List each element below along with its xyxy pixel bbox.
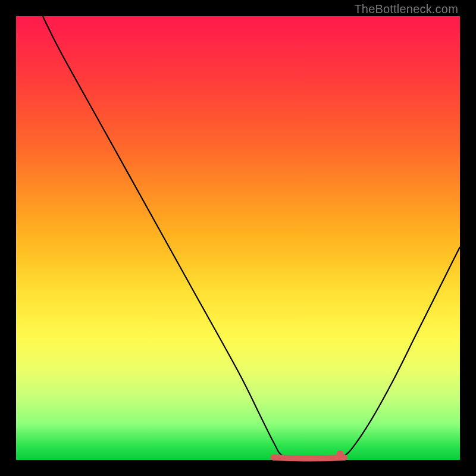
bottleneck-curve: [16, 16, 460, 460]
attribution-watermark: TheBottleneck.com: [354, 2, 458, 16]
curve-path: [43, 16, 460, 458]
plot-area: [16, 16, 460, 460]
optimal-point-marker: [337, 450, 344, 458]
optimal-range-highlight: [274, 458, 345, 459]
chart-frame: TheBottleneck.com: [0, 0, 476, 476]
